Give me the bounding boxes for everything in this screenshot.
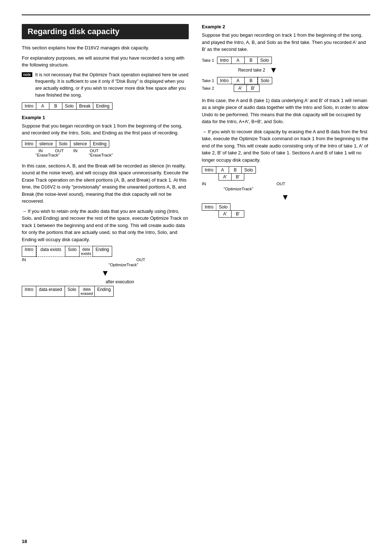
e1-solo: Solo [56,141,70,147]
t1-solo: Solo [258,57,271,64]
ex2-a-bprime: B′ [231,210,244,218]
record-take2-row: Record take 2 ▼ [202,65,369,75]
section-title: Regarding disk capacity [22,24,189,39]
e1-in2: IN [73,149,78,153]
take2-row-wrap: Take 2 A′ B′ [202,85,369,92]
example1-track-row: Intro silence Solo silence Ending [22,140,109,147]
cell-ending: Ending [93,103,112,109]
take1b-row-wrap: Take 1 Intro A B Solo [202,77,369,84]
bo-in-out: IN OUT [22,258,145,262]
take1-diagram: Take 1 Intro A B Solo Record take 2 ▼ Ta… [202,57,369,92]
bo-ending: Ending [93,246,112,257]
take2-track: A′ B′ [234,85,260,92]
ex2-after-row1: Intro Solo [202,203,244,211]
e1-in1: IN [38,149,43,153]
cell-solo: Solo [62,103,77,109]
bo-out: OUT [136,258,145,262]
structure-diagram: Intro A B Solo Break Ending [22,102,189,110]
e1-out2: OUT [90,149,98,153]
cell-break: Break [77,103,93,109]
t1-a: A [232,57,245,64]
note-tag: note [22,72,32,77]
example2-desc3: → If you wish to recover disk capacity b… [202,128,369,164]
ex2-arrow-down: ▼ [202,193,369,202]
take1-label: Take 1 [202,58,217,62]
record-take2-arrow: ▼ [270,65,278,75]
take1b-track: Intro A B Solo [217,77,272,84]
ex2-in-out: IN OUT [202,182,285,186]
ao-data-erased1: data erased [36,286,65,297]
e1-silence1: silence [36,141,56,147]
t1b-solo: Solo [258,77,272,84]
multi-take-group: Take 1 Intro A B Solo Take 2 A′ B′ [202,77,369,92]
e1-erase1: "EraseTrack" [36,153,60,157]
ao-solo: Solo [65,286,79,297]
cell-intro: Intro [22,103,36,109]
right-column: Example 2 Suppose that you began recordi… [202,24,369,302]
cell-a: A [36,103,49,109]
ex2-after-rows: Intro Solo A′ B′ [202,203,244,218]
t2-aprime: A′ [234,85,247,92]
example2-title: Example 2 [202,24,369,29]
ex2-after-row2: A′ B′ [219,210,244,218]
ex2-r1-b: B [229,166,242,174]
e1-out1: OUT [55,149,64,153]
example1-desc3: → If you wish to retain only the audio d… [22,208,189,243]
e1-labels-row: IN OUT IN OUT [22,149,189,153]
record-take2-label: Record take 2 [238,68,265,73]
t2-bprime: B′ [246,85,260,92]
ex2-optimize-label: "OptimizeTrack" [224,187,369,191]
before-optimize-row: Intro data exists Solo dataexists Ending [22,246,112,257]
take1-row-wrap: Take 1 Intro A B Solo [202,57,369,64]
ex2-r1-intro: Intro [202,166,216,174]
ex2-a-solo: Solo [216,203,230,211]
bo-intro: Intro [22,246,36,257]
ex2-r2-bprime: B′ [231,173,244,181]
cell-b: B [49,103,62,109]
intro-paragraph-1: This section explains how the D16V2 mana… [22,44,189,52]
example2-desc2: In this case, the A and B (take 1) data … [202,97,369,125]
example1-diagram1: Intro silence Solo silence Ending IN OUT… [22,140,189,157]
arrow-down-optimize: ▼ [22,268,189,278]
ex2-row1: Intro A B Solo [202,166,256,174]
left-column: Regarding disk capacity This section exp… [22,24,189,302]
after-optimize-row: Intro data erased Solo dataerased Ending [22,286,114,297]
page-number: 18 [22,539,27,544]
ex2-a-intro: Intro [202,203,216,211]
take1-track: Intro A B Solo [217,57,272,64]
bo-in: IN [22,258,26,262]
note-block: note It is not necessary that the Optimi… [22,72,189,99]
e1-erase-labels: "EraseTrack" "EraseTrack" [36,153,189,157]
intro-paragraph-2: For explanatory purposes, we will assume… [22,54,189,69]
t1-intro: Intro [217,57,232,64]
take2-label: Take 2 [202,86,217,90]
example1-title: Example 1 [22,115,189,120]
ex2-before-rows: Intro A B Solo A′ B′ [202,166,256,181]
structure-track-row: Intro A B Solo Break Ending [22,102,113,110]
ex2-row2: A′ B′ [219,173,256,181]
ao-intro: Intro [22,286,36,297]
example1-desc1: Suppose that you began recording on trac… [22,122,189,137]
ex2-r1-a: A [216,166,229,174]
ex2-a-aprime: A′ [219,210,232,218]
top-border [22,15,370,15]
optimize-label: "OptimizeTrack" [58,263,189,267]
bo-data-exists2: dataexists [79,246,93,257]
example1-desc2: In this case, sections A, B, and the Bre… [22,162,189,205]
before-optimize-diagram: Intro data exists Solo dataexists Ending… [22,246,189,297]
ex2-r1-solo: Solo [241,166,256,174]
t1b-a: A [232,77,245,84]
bo-solo: Solo [65,246,79,257]
t1b-b: B [245,77,258,84]
take1b-label: Take 1 [202,78,217,83]
two-column-layout: Regarding disk capacity This section exp… [22,24,370,302]
e1-intro: Intro [22,141,36,147]
ex2-r2-aprime: A′ [219,173,232,181]
ex2-in: IN [202,182,206,186]
note-text: It is not necessary that the Optimize Tr… [35,72,189,99]
ex2-out: OUT [277,182,285,186]
ex2-before-optimize: Intro A B Solo A′ B′ IN OUT "OptimizeTra… [202,166,369,218]
t1-b: B [245,57,258,64]
example2-desc1: Suppose that you began recording on trac… [202,32,369,53]
t1b-intro: Intro [217,77,232,84]
